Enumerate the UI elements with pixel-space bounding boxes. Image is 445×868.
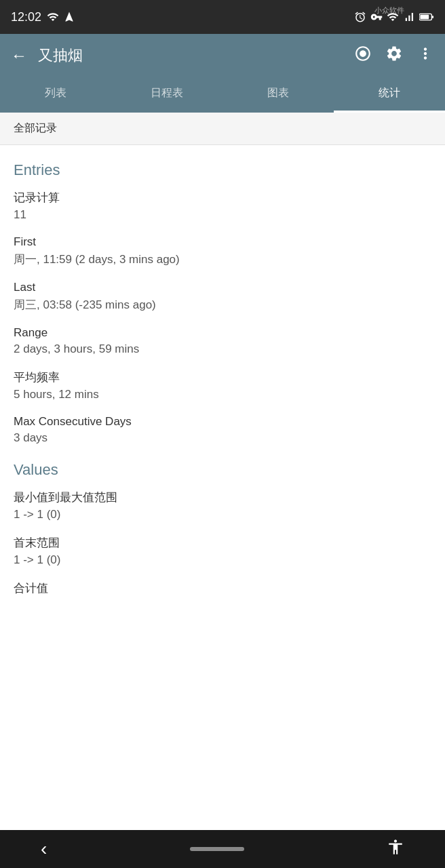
stat-range-label: Range	[14, 326, 431, 340]
app-bar-actions	[354, 45, 434, 66]
stat-avg-freq: 平均频率 5 hours, 12 mins	[14, 370, 431, 401]
values-section: Values 最小值到最大值范围 1 -> 1 (0) 首末范围 1 -> 1 …	[14, 461, 431, 596]
svg-rect-2	[432, 16, 433, 18]
tab-list[interactable]: 列表	[0, 77, 111, 113]
stat-first-last-range-value: 1 -> 1 (0)	[14, 553, 431, 567]
stat-first: First 周一, 11:59 (2 days, 3 mins ago)	[14, 235, 431, 267]
status-bar-left: 12:02	[11, 10, 75, 24]
values-section-title: Values	[14, 461, 431, 479]
svg-rect-1	[420, 15, 429, 19]
stat-max-consecutive: Max Consecutive Days 3 days	[14, 415, 431, 445]
stat-record-count-label: 记录计算	[14, 190, 431, 205]
status-time: 12:02	[11, 10, 41, 24]
back-button[interactable]: ←	[11, 46, 27, 65]
stats-content: Entries 记录计算 11 First 周一, 11:59 (2 days,…	[0, 145, 445, 830]
goal-icon[interactable]	[354, 45, 372, 66]
filter-bar[interactable]: 全部记录	[0, 113, 445, 145]
stat-record-count: 记录计算 11	[14, 190, 431, 222]
more-options-icon[interactable]	[417, 45, 434, 66]
stat-max-consecutive-label: Max Consecutive Days	[14, 415, 431, 429]
bottom-nav: ‹	[0, 830, 445, 868]
signal-bars-icon	[403, 11, 415, 23]
stat-range: Range 2 days, 3 hours, 59 mins	[14, 326, 431, 356]
filter-text: 全部记录	[14, 121, 57, 136]
stat-avg-freq-value: 5 hours, 12 mins	[14, 388, 431, 401]
entries-section-title: Entries	[14, 161, 431, 179]
stat-last-label: Last	[14, 281, 431, 294]
watermark: 小众软件	[374, 5, 404, 16]
settings-icon[interactable]	[385, 45, 403, 66]
home-indicator[interactable]	[190, 847, 244, 851]
stat-last-value: 周三, 03:58 (-235 mins ago)	[14, 297, 431, 313]
stat-min-max-range-label: 最小值到最大值范围	[14, 490, 431, 505]
tab-schedule[interactable]: 日程表	[111, 77, 222, 113]
stat-record-count-value: 11	[14, 208, 431, 222]
app-title: 又抽烟	[38, 45, 354, 66]
stat-max-consecutive-value: 3 days	[14, 431, 431, 445]
stat-first-value: 周一, 11:59 (2 days, 3 mins ago)	[14, 252, 431, 267]
back-nav-button[interactable]: ‹	[41, 838, 47, 860]
stat-avg-freq-label: 平均频率	[14, 370, 431, 385]
stat-first-label: First	[14, 235, 431, 249]
alarm-icon	[354, 11, 366, 23]
signal-icon	[47, 11, 59, 23]
status-icons-signal	[47, 11, 75, 23]
app-bar: ← 又抽烟	[0, 34, 445, 77]
stat-first-last-range-label: 首末范围	[14, 535, 431, 551]
tab-stats[interactable]: 统计	[334, 77, 445, 113]
accessibility-button[interactable]	[387, 838, 404, 860]
entries-section: Entries 记录计算 11 First 周一, 11:59 (2 days,…	[14, 161, 431, 445]
stat-min-max-range-value: 1 -> 1 (0)	[14, 508, 431, 521]
stat-total-value-label: 合计值	[14, 580, 431, 596]
stat-total-value: 合计值	[14, 580, 431, 596]
battery-icon	[419, 12, 434, 22]
status-bar: 12:02 小众软件	[0, 0, 445, 34]
stat-min-max-range: 最小值到最大值范围 1 -> 1 (0)	[14, 490, 431, 521]
stat-range-value: 2 days, 3 hours, 59 mins	[14, 342, 431, 356]
tab-bar: 列表 日程表 图表 统计	[0, 77, 445, 113]
navigation-icon	[63, 11, 75, 23]
tab-chart[interactable]: 图表	[222, 77, 334, 113]
stat-last: Last 周三, 03:58 (-235 mins ago)	[14, 281, 431, 313]
stat-first-last-range: 首末范围 1 -> 1 (0)	[14, 535, 431, 567]
